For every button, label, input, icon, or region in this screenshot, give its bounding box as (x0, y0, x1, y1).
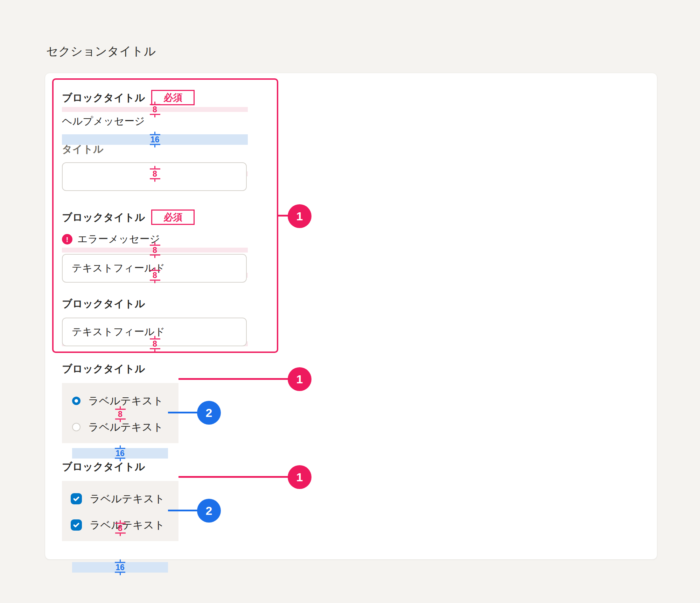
measure-tick (120, 534, 121, 536)
callout-1: 1 (288, 465, 312, 489)
spacing-measure-8: 8 (150, 336, 160, 352)
measure-value: 8 (152, 271, 158, 280)
measure-tick (154, 256, 155, 258)
measure-tick (154, 336, 155, 339)
spacing-measure-8: 8 (150, 102, 160, 118)
callout-1: 1 (288, 204, 312, 228)
spacing-measure-16: 16 (115, 560, 125, 575)
measure-value: 8 (117, 524, 123, 533)
required-badge: 必須 (151, 210, 195, 225)
measure-tick (154, 166, 155, 169)
callout-connector (178, 476, 289, 478)
block3-title-row: ブロックタイトル (62, 297, 145, 311)
checkbox-label[interactable]: ラベルテキスト (90, 520, 165, 530)
checkbox-option-row[interactable]: ラベルテキスト (71, 492, 165, 506)
callout-connector (168, 412, 200, 413)
measure-value: 8 (152, 105, 158, 114)
spacing-measure-16: 16 (150, 132, 160, 148)
error-message-row: ! エラーメッセージ (62, 232, 160, 246)
measure-value: 8 (152, 246, 158, 255)
measure-value: 16 (150, 135, 160, 144)
measure-value: 8 (117, 410, 123, 419)
section-title: セクションタイトル (46, 43, 156, 59)
spacing-bar-16: 16 (72, 448, 168, 459)
measure-tick (154, 281, 155, 283)
radio-label[interactable]: ラベルテキスト (88, 422, 163, 432)
measure-tick (120, 520, 121, 523)
checkbox-label[interactable]: ラベルテキスト (90, 494, 165, 504)
measure-tick (154, 268, 155, 270)
checkbox-checked[interactable] (71, 493, 82, 504)
spacing-bar-8: 8 (62, 248, 248, 253)
block1-title-row: ブロックタイトル 必須 (62, 89, 195, 106)
spacing-bar-8: 8 (62, 107, 248, 112)
error-icon: ! (62, 234, 72, 244)
block1-title: ブロックタイトル (62, 93, 145, 103)
callout-number: 2 (206, 504, 212, 518)
spacing-measure-8: 8 (150, 166, 160, 182)
spacing-measure-8: 8 (150, 242, 160, 258)
measure-tick (120, 560, 121, 562)
callout-2: 2 (197, 499, 221, 523)
spacing-measure-16: 16 (115, 446, 125, 461)
measure-tick (120, 573, 121, 575)
measure-tick (154, 115, 155, 118)
check-icon (72, 495, 80, 503)
measure-tick (120, 459, 121, 461)
measure-tick (120, 406, 121, 409)
page: セクションタイトル ブロックタイトル 必須 8 ヘルプメッセージ 16 タイトル (0, 0, 700, 603)
callout-number: 1 (296, 470, 303, 484)
radio-button-selected[interactable] (72, 397, 80, 405)
measure-value: 8 (152, 170, 158, 178)
measure-tick (154, 145, 155, 148)
callout-number: 1 (296, 373, 303, 386)
radio-option-row[interactable]: ラベルテキスト (72, 394, 163, 408)
checkbox-checked[interactable] (71, 519, 82, 531)
radio-block-title: ブロックタイトル (62, 364, 145, 374)
error-message: エラーメッセージ (77, 232, 160, 246)
measure-value: 16 (115, 563, 125, 572)
callout-number: 1 (296, 210, 303, 223)
checkbox-block-title-row: ブロックタイトル (62, 460, 145, 474)
measure-tick (154, 132, 155, 134)
callout-connector (168, 510, 200, 511)
block2-title-row: ブロックタイトル 必須 (62, 208, 195, 226)
block2-title: ブロックタイトル (62, 212, 145, 222)
checkbox-block-title: ブロックタイトル (62, 462, 145, 472)
measure-value: 8 (152, 340, 158, 348)
measure-value: 16 (115, 449, 125, 458)
check-icon (72, 521, 80, 529)
measure-tick (154, 242, 155, 245)
field-label: タイトル (62, 142, 104, 156)
measure-tick (154, 349, 155, 352)
spacing-measure-8: 8 (150, 268, 160, 283)
spacing-measure-8: 8 (115, 406, 126, 422)
block3-title: ブロックタイトル (62, 299, 145, 309)
measure-tick (154, 179, 155, 182)
spacing-bar-16: 16 (72, 562, 168, 573)
callout-connector (178, 378, 289, 380)
measure-tick (120, 446, 121, 448)
radio-option-row[interactable]: ラベルテキスト (72, 420, 163, 434)
radio-block-title-row: ブロックタイトル (62, 362, 145, 376)
radio-button-unselected[interactable] (72, 423, 80, 431)
callout-2: 2 (197, 401, 221, 425)
callout-1: 1 (288, 367, 312, 391)
measure-tick (120, 420, 121, 422)
help-message: ヘルプメッセージ (62, 114, 145, 128)
callout-number: 2 (206, 406, 212, 420)
spacing-measure-8: 8 (115, 520, 126, 536)
radio-label[interactable]: ラベルテキスト (88, 396, 163, 406)
measure-tick (154, 102, 155, 104)
